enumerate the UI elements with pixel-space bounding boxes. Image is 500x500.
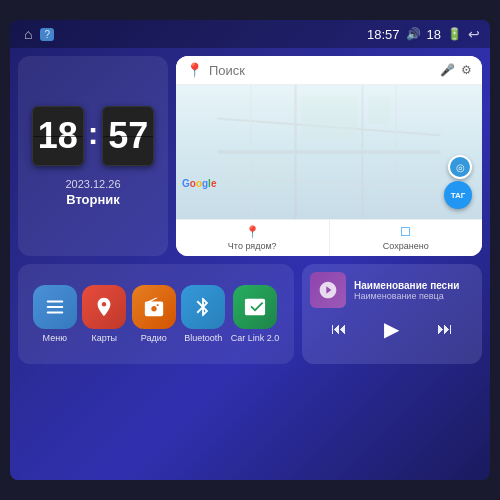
top-section: 18 : 57 2023.12.26 Вторник 📍 🎤 ⚙ [18, 56, 482, 256]
map-nearby-btn[interactable]: 📍 Что рядом? [176, 220, 330, 256]
clock-widget: 18 : 57 2023.12.26 Вторник [18, 56, 168, 256]
app-maps-label: Карты [91, 333, 117, 343]
app-maps-icon [82, 285, 126, 329]
clock-separator: : [88, 115, 99, 152]
svg-rect-12 [46, 312, 63, 314]
main-content: 18 : 57 2023.12.26 Вторник 📍 🎤 ⚙ [10, 48, 490, 480]
app-radio-icon [132, 285, 176, 329]
home-icon[interactable]: ⌂ [24, 26, 32, 42]
music-widget: Наименование песни Наименование певца ⏮ … [302, 264, 482, 364]
app-maps[interactable]: Карты [82, 285, 126, 343]
app-carlink[interactable]: Car Link 2.0 [231, 285, 280, 343]
map-location-pin[interactable]: ◎ [448, 155, 472, 179]
map-grid-svg [176, 85, 482, 219]
status-time: 18:57 [367, 27, 400, 42]
music-info: Наименование песни Наименование певца [354, 280, 474, 301]
clock-date: 2023.12.26 [65, 178, 120, 190]
app-radio-label: Радио [141, 333, 167, 343]
app-menu-label: Меню [43, 333, 67, 343]
clock-day: Вторник [66, 192, 120, 207]
svg-rect-10 [46, 301, 63, 303]
map-settings-icon[interactable]: ⚙ [461, 63, 472, 77]
app-carlink-label: Car Link 2.0 [231, 333, 280, 343]
map-nearby-label: Что рядом? [228, 241, 277, 251]
svg-rect-8 [368, 96, 390, 124]
mic-icon[interactable]: 🎤 [440, 63, 455, 77]
music-next-btn[interactable]: ⏭ [433, 316, 457, 342]
map-area[interactable]: Google ◎ ТАГ [176, 85, 482, 219]
map-pin-icon: 📍 [186, 62, 203, 78]
music-controls: ⏮ ▶ ⏭ [310, 314, 474, 344]
map-widget: 📍 🎤 ⚙ [176, 56, 482, 256]
bottom-section: Меню Карты Радио [18, 264, 482, 364]
clock-hours: 18 [32, 106, 84, 166]
app-radio[interactable]: Радио [132, 285, 176, 343]
music-artist: Наименование певца [354, 291, 474, 301]
map-saved-label: Сохранено [383, 241, 429, 251]
volume-icon: 🔊 [406, 27, 421, 41]
battery-icon: 🔋 [447, 27, 462, 41]
music-title: Наименование песни [354, 280, 474, 291]
saved-icon: ☐ [400, 225, 411, 239]
clock-minutes: 57 [102, 106, 154, 166]
map-navigate-btn[interactable]: ТАГ [444, 181, 472, 209]
status-bar: ⌂ ? 18:57 🔊 18 🔋 ↩ [10, 20, 490, 48]
svg-rect-7 [301, 96, 357, 141]
nearby-icon: 📍 [245, 225, 260, 239]
app-bt-label: Bluetooth [184, 333, 222, 343]
map-search-bar: 📍 🎤 ⚙ [176, 56, 482, 85]
nav-icon[interactable]: ? [40, 28, 54, 41]
app-bt-icon [181, 285, 225, 329]
app-menu-icon [33, 285, 77, 329]
app-bluetooth[interactable]: Bluetooth [181, 285, 225, 343]
music-prev-btn[interactable]: ⏮ [327, 316, 351, 342]
music-play-btn[interactable]: ▶ [384, 317, 399, 341]
flip-clock: 18 : 57 [32, 106, 155, 166]
music-album-art [310, 272, 346, 308]
back-icon[interactable]: ↩ [468, 26, 480, 42]
app-carlink-icon [233, 285, 277, 329]
music-top: Наименование песни Наименование певца [310, 272, 474, 308]
svg-rect-11 [46, 306, 63, 308]
app-menu[interactable]: Меню [33, 285, 77, 343]
svg-rect-9 [223, 158, 290, 192]
apps-widget: Меню Карты Радио [18, 264, 294, 364]
map-search-input[interactable] [209, 63, 434, 78]
status-left: ⌂ ? [20, 26, 54, 42]
google-logo: Google [182, 178, 216, 189]
map-footer: 📍 Что рядом? ☐ Сохранено [176, 219, 482, 256]
device-frame: ⌂ ? 18:57 🔊 18 🔋 ↩ 18 : 57 2023.12.26 Вт… [10, 20, 490, 480]
map-saved-btn[interactable]: ☐ Сохранено [330, 220, 483, 256]
signal-value: 18 [427, 27, 441, 42]
